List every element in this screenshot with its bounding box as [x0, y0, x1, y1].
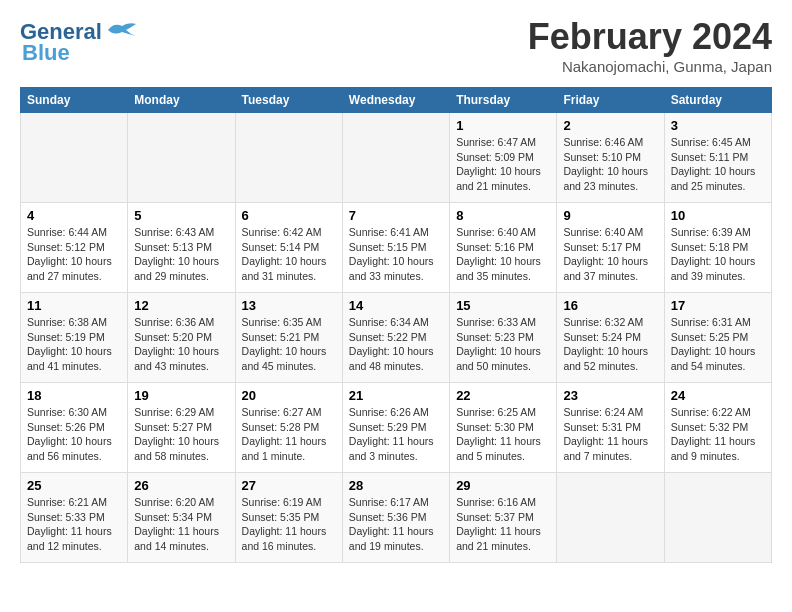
- calendar-cell: 1Sunrise: 6:47 AM Sunset: 5:09 PM Daylig…: [450, 113, 557, 203]
- calendar-cell: [128, 113, 235, 203]
- calendar-table: SundayMondayTuesdayWednesdayThursdayFrid…: [20, 87, 772, 563]
- day-info: Sunrise: 6:44 AM Sunset: 5:12 PM Dayligh…: [27, 225, 121, 284]
- month-title: February 2024: [528, 16, 772, 58]
- logo-bird-icon: [106, 20, 138, 44]
- day-info: Sunrise: 6:38 AM Sunset: 5:19 PM Dayligh…: [27, 315, 121, 374]
- calendar-cell: 18Sunrise: 6:30 AM Sunset: 5:26 PM Dayli…: [21, 383, 128, 473]
- day-number: 21: [349, 388, 443, 403]
- calendar-cell: 12Sunrise: 6:36 AM Sunset: 5:20 PM Dayli…: [128, 293, 235, 383]
- day-number: 3: [671, 118, 765, 133]
- calendar-cell: 9Sunrise: 6:40 AM Sunset: 5:17 PM Daylig…: [557, 203, 664, 293]
- day-info: Sunrise: 6:35 AM Sunset: 5:21 PM Dayligh…: [242, 315, 336, 374]
- day-number: 23: [563, 388, 657, 403]
- day-info: Sunrise: 6:39 AM Sunset: 5:18 PM Dayligh…: [671, 225, 765, 284]
- day-info: Sunrise: 6:40 AM Sunset: 5:17 PM Dayligh…: [563, 225, 657, 284]
- calendar-cell: 10Sunrise: 6:39 AM Sunset: 5:18 PM Dayli…: [664, 203, 771, 293]
- day-info: Sunrise: 6:16 AM Sunset: 5:37 PM Dayligh…: [456, 495, 550, 554]
- calendar-cell: 26Sunrise: 6:20 AM Sunset: 5:34 PM Dayli…: [128, 473, 235, 563]
- calendar-cell: [557, 473, 664, 563]
- calendar-cell: 16Sunrise: 6:32 AM Sunset: 5:24 PM Dayli…: [557, 293, 664, 383]
- calendar-cell: 3Sunrise: 6:45 AM Sunset: 5:11 PM Daylig…: [664, 113, 771, 203]
- logo: General Blue: [20, 20, 138, 66]
- day-info: Sunrise: 6:32 AM Sunset: 5:24 PM Dayligh…: [563, 315, 657, 374]
- calendar-cell: 5Sunrise: 6:43 AM Sunset: 5:13 PM Daylig…: [128, 203, 235, 293]
- day-info: Sunrise: 6:43 AM Sunset: 5:13 PM Dayligh…: [134, 225, 228, 284]
- weekday-header-friday: Friday: [557, 88, 664, 113]
- calendar-cell: 17Sunrise: 6:31 AM Sunset: 5:25 PM Dayli…: [664, 293, 771, 383]
- logo-blue-text: Blue: [22, 40, 70, 66]
- day-number: 29: [456, 478, 550, 493]
- day-info: Sunrise: 6:25 AM Sunset: 5:30 PM Dayligh…: [456, 405, 550, 464]
- day-info: Sunrise: 6:29 AM Sunset: 5:27 PM Dayligh…: [134, 405, 228, 464]
- day-info: Sunrise: 6:40 AM Sunset: 5:16 PM Dayligh…: [456, 225, 550, 284]
- calendar-cell: 6Sunrise: 6:42 AM Sunset: 5:14 PM Daylig…: [235, 203, 342, 293]
- day-info: Sunrise: 6:24 AM Sunset: 5:31 PM Dayligh…: [563, 405, 657, 464]
- location-title: Nakanojomachi, Gunma, Japan: [528, 58, 772, 75]
- day-number: 14: [349, 298, 443, 313]
- calendar-cell: 14Sunrise: 6:34 AM Sunset: 5:22 PM Dayli…: [342, 293, 449, 383]
- calendar-week-row: 18Sunrise: 6:30 AM Sunset: 5:26 PM Dayli…: [21, 383, 772, 473]
- day-number: 25: [27, 478, 121, 493]
- weekday-header-monday: Monday: [128, 88, 235, 113]
- day-number: 11: [27, 298, 121, 313]
- title-block: February 2024 Nakanojomachi, Gunma, Japa…: [528, 16, 772, 75]
- day-info: Sunrise: 6:45 AM Sunset: 5:11 PM Dayligh…: [671, 135, 765, 194]
- day-info: Sunrise: 6:46 AM Sunset: 5:10 PM Dayligh…: [563, 135, 657, 194]
- calendar-week-row: 4Sunrise: 6:44 AM Sunset: 5:12 PM Daylig…: [21, 203, 772, 293]
- day-number: 2: [563, 118, 657, 133]
- day-number: 17: [671, 298, 765, 313]
- day-number: 18: [27, 388, 121, 403]
- day-info: Sunrise: 6:19 AM Sunset: 5:35 PM Dayligh…: [242, 495, 336, 554]
- day-number: 4: [27, 208, 121, 223]
- calendar-cell: 2Sunrise: 6:46 AM Sunset: 5:10 PM Daylig…: [557, 113, 664, 203]
- calendar-week-row: 11Sunrise: 6:38 AM Sunset: 5:19 PM Dayli…: [21, 293, 772, 383]
- day-info: Sunrise: 6:20 AM Sunset: 5:34 PM Dayligh…: [134, 495, 228, 554]
- day-info: Sunrise: 6:41 AM Sunset: 5:15 PM Dayligh…: [349, 225, 443, 284]
- day-info: Sunrise: 6:22 AM Sunset: 5:32 PM Dayligh…: [671, 405, 765, 464]
- calendar-header-row: SundayMondayTuesdayWednesdayThursdayFrid…: [21, 88, 772, 113]
- calendar-cell: 20Sunrise: 6:27 AM Sunset: 5:28 PM Dayli…: [235, 383, 342, 473]
- day-info: Sunrise: 6:36 AM Sunset: 5:20 PM Dayligh…: [134, 315, 228, 374]
- day-number: 24: [671, 388, 765, 403]
- calendar-cell: 19Sunrise: 6:29 AM Sunset: 5:27 PM Dayli…: [128, 383, 235, 473]
- day-number: 19: [134, 388, 228, 403]
- day-number: 12: [134, 298, 228, 313]
- day-number: 6: [242, 208, 336, 223]
- day-number: 8: [456, 208, 550, 223]
- calendar-cell: 22Sunrise: 6:25 AM Sunset: 5:30 PM Dayli…: [450, 383, 557, 473]
- calendar-cell: 4Sunrise: 6:44 AM Sunset: 5:12 PM Daylig…: [21, 203, 128, 293]
- day-number: 27: [242, 478, 336, 493]
- day-info: Sunrise: 6:42 AM Sunset: 5:14 PM Dayligh…: [242, 225, 336, 284]
- calendar-cell: 21Sunrise: 6:26 AM Sunset: 5:29 PM Dayli…: [342, 383, 449, 473]
- calendar-cell: 29Sunrise: 6:16 AM Sunset: 5:37 PM Dayli…: [450, 473, 557, 563]
- calendar-week-row: 25Sunrise: 6:21 AM Sunset: 5:33 PM Dayli…: [21, 473, 772, 563]
- calendar-cell: [342, 113, 449, 203]
- day-info: Sunrise: 6:17 AM Sunset: 5:36 PM Dayligh…: [349, 495, 443, 554]
- calendar-cell: 13Sunrise: 6:35 AM Sunset: 5:21 PM Dayli…: [235, 293, 342, 383]
- day-info: Sunrise: 6:30 AM Sunset: 5:26 PM Dayligh…: [27, 405, 121, 464]
- calendar-cell: 27Sunrise: 6:19 AM Sunset: 5:35 PM Dayli…: [235, 473, 342, 563]
- calendar-cell: 15Sunrise: 6:33 AM Sunset: 5:23 PM Dayli…: [450, 293, 557, 383]
- day-number: 10: [671, 208, 765, 223]
- weekday-header-thursday: Thursday: [450, 88, 557, 113]
- calendar-cell: 25Sunrise: 6:21 AM Sunset: 5:33 PM Dayli…: [21, 473, 128, 563]
- day-number: 22: [456, 388, 550, 403]
- day-number: 13: [242, 298, 336, 313]
- day-number: 9: [563, 208, 657, 223]
- day-number: 26: [134, 478, 228, 493]
- calendar-cell: 23Sunrise: 6:24 AM Sunset: 5:31 PM Dayli…: [557, 383, 664, 473]
- weekday-header-saturday: Saturday: [664, 88, 771, 113]
- calendar-cell: [664, 473, 771, 563]
- calendar-cell: 28Sunrise: 6:17 AM Sunset: 5:36 PM Dayli…: [342, 473, 449, 563]
- weekday-header-tuesday: Tuesday: [235, 88, 342, 113]
- calendar-week-row: 1Sunrise: 6:47 AM Sunset: 5:09 PM Daylig…: [21, 113, 772, 203]
- day-info: Sunrise: 6:33 AM Sunset: 5:23 PM Dayligh…: [456, 315, 550, 374]
- day-info: Sunrise: 6:21 AM Sunset: 5:33 PM Dayligh…: [27, 495, 121, 554]
- calendar-cell: 24Sunrise: 6:22 AM Sunset: 5:32 PM Dayli…: [664, 383, 771, 473]
- day-number: 16: [563, 298, 657, 313]
- day-number: 7: [349, 208, 443, 223]
- day-info: Sunrise: 6:26 AM Sunset: 5:29 PM Dayligh…: [349, 405, 443, 464]
- calendar-cell: [21, 113, 128, 203]
- calendar-cell: 8Sunrise: 6:40 AM Sunset: 5:16 PM Daylig…: [450, 203, 557, 293]
- day-info: Sunrise: 6:34 AM Sunset: 5:22 PM Dayligh…: [349, 315, 443, 374]
